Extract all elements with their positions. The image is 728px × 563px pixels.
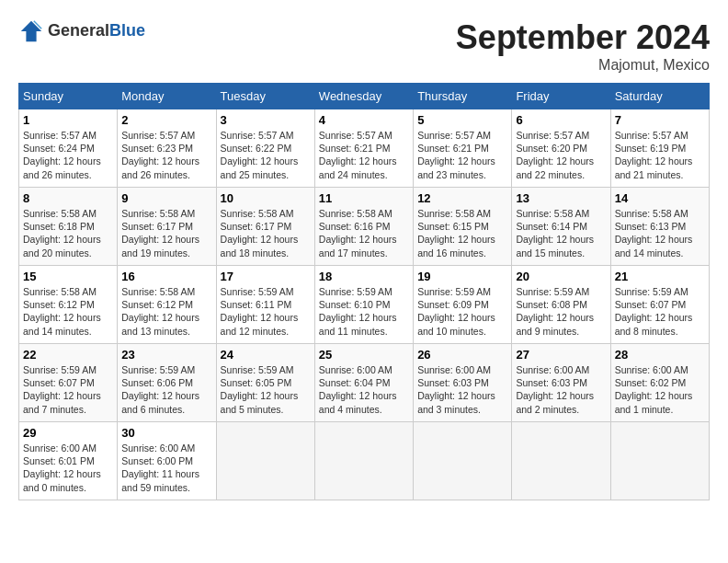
- calendar-cell: 11Sunrise: 5:58 AM Sunset: 6:16 PM Dayli…: [314, 188, 413, 266]
- calendar-cell: 28Sunrise: 6:00 AM Sunset: 6:02 PM Dayli…: [610, 344, 709, 422]
- day-info: Sunrise: 5:57 AM Sunset: 6:20 PM Dayligh…: [516, 129, 606, 181]
- calendar-cell: 15Sunrise: 5:58 AM Sunset: 6:12 PM Dayli…: [19, 266, 118, 344]
- calendar-cell: 3Sunrise: 5:57 AM Sunset: 6:22 PM Daylig…: [216, 109, 314, 188]
- day-info: Sunrise: 6:00 AM Sunset: 6:04 PM Dayligh…: [319, 363, 409, 416]
- location: Majomut, Mexico: [456, 57, 710, 74]
- day-number: 19: [417, 270, 507, 283]
- weekday-header: Saturday: [610, 84, 709, 109]
- day-info: Sunrise: 6:00 AM Sunset: 6:03 PM Dayligh…: [417, 363, 507, 416]
- day-number: 2: [121, 113, 211, 127]
- day-number: 18: [319, 270, 409, 283]
- calendar-week-row: 1Sunrise: 5:57 AM Sunset: 6:24 PM Daylig…: [19, 109, 710, 188]
- logo-general-text: General: [48, 22, 109, 40]
- day-info: Sunrise: 5:58 AM Sunset: 6:17 PM Dayligh…: [221, 207, 311, 259]
- day-number: 17: [221, 270, 311, 283]
- day-number: 8: [23, 191, 113, 205]
- day-info: Sunrise: 6:00 AM Sunset: 6:03 PM Dayligh…: [516, 363, 606, 416]
- day-number: 16: [121, 270, 211, 283]
- day-number: 13: [516, 191, 606, 205]
- weekday-header-row: SundayMondayTuesdayWednesdayThursdayFrid…: [19, 84, 710, 109]
- day-number: 4: [319, 113, 409, 127]
- weekday-header: Sunday: [19, 84, 118, 109]
- day-number: 26: [417, 348, 507, 362]
- day-number: 10: [221, 191, 311, 205]
- weekday-header: Tuesday: [216, 84, 314, 109]
- calendar-week-row: 29Sunrise: 6:00 AM Sunset: 6:01 PM Dayli…: [19, 422, 710, 500]
- title-block: September 2024 Majomut, Mexico: [456, 18, 710, 74]
- day-number: 30: [121, 426, 211, 440]
- day-info: Sunrise: 6:00 AM Sunset: 6:02 PM Dayligh…: [615, 363, 705, 416]
- calendar-week-row: 22Sunrise: 5:59 AM Sunset: 6:07 PM Dayli…: [19, 344, 710, 422]
- day-info: Sunrise: 5:57 AM Sunset: 6:19 PM Dayligh…: [615, 129, 705, 181]
- weekday-header: Wednesday: [314, 84, 413, 109]
- calendar-cell: 14Sunrise: 5:58 AM Sunset: 6:13 PM Dayli…: [610, 188, 709, 266]
- day-info: Sunrise: 6:00 AM Sunset: 6:01 PM Dayligh…: [23, 442, 113, 494]
- day-info: Sunrise: 5:58 AM Sunset: 6:12 PM Dayligh…: [23, 285, 113, 338]
- calendar-cell: 24Sunrise: 5:59 AM Sunset: 6:05 PM Dayli…: [216, 344, 314, 422]
- calendar-cell: 7Sunrise: 5:57 AM Sunset: 6:19 PM Daylig…: [610, 109, 709, 188]
- calendar-cell: 19Sunrise: 5:59 AM Sunset: 6:09 PM Dayli…: [414, 266, 512, 344]
- day-info: Sunrise: 5:57 AM Sunset: 6:21 PM Dayligh…: [417, 129, 507, 181]
- calendar-cell: 13Sunrise: 5:58 AM Sunset: 6:14 PM Dayli…: [512, 188, 610, 266]
- calendar-table: SundayMondayTuesdayWednesdayThursdayFrid…: [18, 83, 710, 500]
- day-number: 3: [221, 113, 311, 127]
- day-number: 29: [23, 426, 113, 440]
- day-number: 24: [221, 348, 311, 362]
- calendar-cell: 22Sunrise: 5:59 AM Sunset: 6:07 PM Dayli…: [19, 344, 118, 422]
- calendar-cell: 21Sunrise: 5:59 AM Sunset: 6:07 PM Dayli…: [610, 266, 709, 344]
- day-info: Sunrise: 5:58 AM Sunset: 6:15 PM Dayligh…: [417, 207, 507, 259]
- day-number: 15: [23, 270, 113, 283]
- calendar-cell: 16Sunrise: 5:58 AM Sunset: 6:12 PM Dayli…: [118, 266, 216, 344]
- day-info: Sunrise: 5:57 AM Sunset: 6:23 PM Dayligh…: [121, 129, 211, 181]
- day-number: 21: [615, 270, 705, 283]
- calendar-cell: 9Sunrise: 5:58 AM Sunset: 6:17 PM Daylig…: [118, 188, 216, 266]
- day-info: Sunrise: 5:58 AM Sunset: 6:14 PM Dayligh…: [516, 207, 606, 259]
- day-number: 5: [417, 113, 507, 127]
- day-number: 6: [516, 113, 606, 127]
- calendar-cell: [512, 422, 610, 500]
- day-number: 28: [615, 348, 705, 362]
- calendar-week-row: 15Sunrise: 5:58 AM Sunset: 6:12 PM Dayli…: [19, 266, 710, 344]
- calendar-cell: 27Sunrise: 6:00 AM Sunset: 6:03 PM Dayli…: [512, 344, 610, 422]
- day-info: Sunrise: 5:59 AM Sunset: 6:09 PM Dayligh…: [417, 285, 507, 338]
- calendar-cell: 25Sunrise: 6:00 AM Sunset: 6:04 PM Dayli…: [314, 344, 413, 422]
- calendar-cell: [216, 422, 314, 500]
- day-number: 12: [417, 191, 507, 205]
- calendar-cell: 23Sunrise: 5:59 AM Sunset: 6:06 PM Dayli…: [118, 344, 216, 422]
- weekday-header: Monday: [118, 84, 216, 109]
- day-number: 14: [615, 191, 705, 205]
- month-title: September 2024: [456, 18, 710, 57]
- day-info: Sunrise: 5:59 AM Sunset: 6:05 PM Dayligh…: [221, 363, 311, 416]
- calendar-week-row: 8Sunrise: 5:58 AM Sunset: 6:18 PM Daylig…: [19, 188, 710, 266]
- day-info: Sunrise: 5:59 AM Sunset: 6:10 PM Dayligh…: [319, 285, 409, 338]
- day-info: Sunrise: 5:58 AM Sunset: 6:13 PM Dayligh…: [615, 207, 705, 259]
- day-number: 27: [516, 348, 606, 362]
- day-info: Sunrise: 5:58 AM Sunset: 6:18 PM Dayligh…: [23, 207, 113, 259]
- calendar-cell: 18Sunrise: 5:59 AM Sunset: 6:10 PM Dayli…: [314, 266, 413, 344]
- calendar-cell: 2Sunrise: 5:57 AM Sunset: 6:23 PM Daylig…: [118, 109, 216, 188]
- day-number: 20: [516, 270, 606, 283]
- day-number: 9: [121, 191, 211, 205]
- calendar-cell: 30Sunrise: 6:00 AM Sunset: 6:00 PM Dayli…: [118, 422, 216, 500]
- calendar-cell: 8Sunrise: 5:58 AM Sunset: 6:18 PM Daylig…: [19, 188, 118, 266]
- day-info: Sunrise: 6:00 AM Sunset: 6:00 PM Dayligh…: [121, 442, 211, 494]
- calendar-cell: 10Sunrise: 5:58 AM Sunset: 6:17 PM Dayli…: [216, 188, 314, 266]
- weekday-header: Friday: [512, 84, 610, 109]
- logo-blue-text: Blue: [109, 22, 145, 40]
- day-info: Sunrise: 5:59 AM Sunset: 6:06 PM Dayligh…: [121, 363, 211, 416]
- calendar-cell: 6Sunrise: 5:57 AM Sunset: 6:20 PM Daylig…: [512, 109, 610, 188]
- day-info: Sunrise: 5:59 AM Sunset: 6:11 PM Dayligh…: [221, 285, 311, 338]
- calendar-cell: [414, 422, 512, 500]
- logo: General Blue: [18, 18, 145, 44]
- day-number: 1: [23, 113, 113, 127]
- svg-marker-0: [21, 21, 41, 41]
- day-number: 22: [23, 348, 113, 362]
- day-info: Sunrise: 5:58 AM Sunset: 6:16 PM Dayligh…: [319, 207, 409, 259]
- calendar-cell: 5Sunrise: 5:57 AM Sunset: 6:21 PM Daylig…: [414, 109, 512, 188]
- day-number: 11: [319, 191, 409, 205]
- page-header: General Blue September 2024 Majomut, Mex…: [18, 18, 710, 74]
- day-number: 23: [121, 348, 211, 362]
- calendar-cell: 20Sunrise: 5:59 AM Sunset: 6:08 PM Dayli…: [512, 266, 610, 344]
- day-info: Sunrise: 5:58 AM Sunset: 6:17 PM Dayligh…: [121, 207, 211, 259]
- day-info: Sunrise: 5:57 AM Sunset: 6:21 PM Dayligh…: [319, 129, 409, 181]
